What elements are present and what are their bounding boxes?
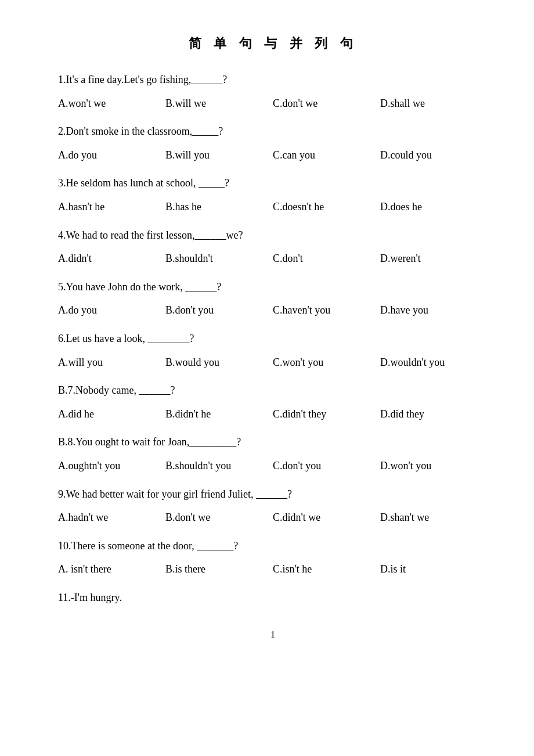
question-stem-8: B.8.You ought to wait for Joan,_________… [58,433,488,451]
option-7-4: D.did they [380,405,488,423]
options-row-2: A.do youB.will youC.can youD.could you [58,146,488,164]
option-7-3: C.didn't they [273,405,380,423]
option-8-1: A.oughtn't you [58,457,165,475]
option-8-4: D.won't you [380,457,488,475]
option-4-1: A.didn't [58,250,165,268]
option-4-4: D.weren't [380,250,488,268]
option-9-2: B.don't we [165,509,273,527]
option-4-2: B.shouldn't [165,250,273,268]
question-stem-7: B.7.Nobody came, ______? [58,381,488,399]
options-row-4: A.didn'tB.shouldn'tC.don'tD.weren't [58,250,488,268]
option-3-2: B.has he [165,198,273,216]
title: 简 单 句 与 并 列 句 [58,35,488,52]
option-9-4: D.shan't we [380,509,488,527]
option-6-3: C.won't you [273,354,380,372]
option-10-1: A. isn't there [58,560,165,578]
option-3-3: C.doesn't he [273,198,380,216]
options-row-10: A. isn't thereB.is thereC.isn't heD.is i… [58,560,488,578]
option-8-2: B.shouldn't you [165,457,273,475]
option-7-2: B.didn't he [165,405,273,423]
question-stem-10: 10.There is someone at the door, _______… [58,537,488,555]
option-10-3: C.isn't he [273,560,380,578]
option-2-2: B.will you [165,146,273,164]
options-row-1: A.won't weB.will weC.don't weD.shall we [58,95,488,113]
option-8-3: C.don't you [273,457,380,475]
question-stem-9: 9.We had better wait for your girl frien… [58,485,488,503]
options-row-5: A.do youB.don't youC.haven't youD.have y… [58,301,488,319]
option-2-4: D.could you [380,146,488,164]
option-10-2: B.is there [165,560,273,578]
option-4-3: C.don't [273,250,380,268]
option-7-1: A.did he [58,405,165,423]
question-stem-1: 1.It's a fine day.Let's go fishing,_____… [58,71,488,89]
question-stem-6: 6.Let us have a look, ________? [58,330,488,348]
option-5-2: B.don't you [165,301,273,319]
option-2-1: A.do you [58,146,165,164]
option-1-4: D.shall we [380,95,488,113]
options-row-3: A.hasn't heB.has heC.doesn't heD.does he [58,198,488,216]
q11-stem: 11.-I'm hungry. [58,589,488,607]
option-6-1: A.will you [58,354,165,372]
options-row-6: A.will youB.would youC.won't youD.wouldn… [58,354,488,372]
question-stem-3: 3.He seldom has lunch at school, _____? [58,174,488,192]
option-5-3: C.haven't you [273,301,380,319]
option-3-4: D.does he [380,198,488,216]
option-10-4: D.is it [380,560,488,578]
question-stem-5: 5.You have John do the work, ______? [58,278,488,296]
options-row-9: A.hadn't weB.don't weC.didn't weD.shan't… [58,509,488,527]
options-row-7: A.did heB.didn't heC.didn't theyD.did th… [58,405,488,423]
option-9-3: C.didn't we [273,509,380,527]
option-6-4: D.wouldn't you [380,354,488,372]
options-row-8: A.oughtn't youB.shouldn't youC.don't you… [58,457,488,475]
option-2-3: C.can you [273,146,380,164]
page-number: 1 [58,629,488,640]
option-3-1: A.hasn't he [58,198,165,216]
option-1-2: B.will we [165,95,273,113]
question-stem-2: 2.Don't smoke in the classroom,_____? [58,123,488,141]
option-6-2: B.would you [165,354,273,372]
option-1-1: A.won't we [58,95,165,113]
option-9-1: A.hadn't we [58,509,165,527]
option-1-3: C.don't we [273,95,380,113]
option-5-1: A.do you [58,301,165,319]
question-stem-4: 4.We had to read the first lesson,______… [58,226,488,244]
option-5-4: D.have you [380,301,488,319]
